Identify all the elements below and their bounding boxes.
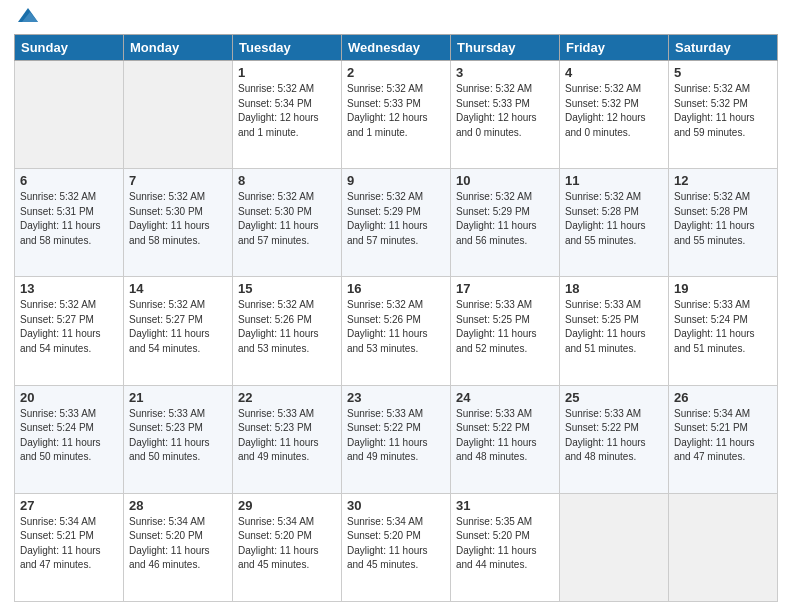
page: SundayMondayTuesdayWednesdayThursdayFrid…: [0, 0, 792, 612]
calendar-cell: [124, 61, 233, 169]
day-info: Sunrise: 5:34 AM Sunset: 5:20 PM Dayligh…: [129, 515, 227, 573]
day-number: 8: [238, 173, 336, 188]
calendar-cell: 28Sunrise: 5:34 AM Sunset: 5:20 PM Dayli…: [124, 493, 233, 601]
weekday-header: Wednesday: [342, 35, 451, 61]
day-number: 7: [129, 173, 227, 188]
day-info: Sunrise: 5:33 AM Sunset: 5:22 PM Dayligh…: [565, 407, 663, 465]
weekday-header: Friday: [560, 35, 669, 61]
calendar-week-row: 20Sunrise: 5:33 AM Sunset: 5:24 PM Dayli…: [15, 385, 778, 493]
day-info: Sunrise: 5:32 AM Sunset: 5:27 PM Dayligh…: [20, 298, 118, 356]
calendar-cell: 30Sunrise: 5:34 AM Sunset: 5:20 PM Dayli…: [342, 493, 451, 601]
day-number: 27: [20, 498, 118, 513]
calendar-cell: 8Sunrise: 5:32 AM Sunset: 5:30 PM Daylig…: [233, 169, 342, 277]
logo-icon: [16, 4, 40, 28]
calendar-cell: 29Sunrise: 5:34 AM Sunset: 5:20 PM Dayli…: [233, 493, 342, 601]
calendar-cell: 15Sunrise: 5:32 AM Sunset: 5:26 PM Dayli…: [233, 277, 342, 385]
day-number: 28: [129, 498, 227, 513]
calendar-cell: 23Sunrise: 5:33 AM Sunset: 5:22 PM Dayli…: [342, 385, 451, 493]
day-info: Sunrise: 5:33 AM Sunset: 5:23 PM Dayligh…: [129, 407, 227, 465]
calendar-cell: 25Sunrise: 5:33 AM Sunset: 5:22 PM Dayli…: [560, 385, 669, 493]
day-info: Sunrise: 5:34 AM Sunset: 5:20 PM Dayligh…: [347, 515, 445, 573]
calendar-week-row: 1Sunrise: 5:32 AM Sunset: 5:34 PM Daylig…: [15, 61, 778, 169]
day-info: Sunrise: 5:34 AM Sunset: 5:21 PM Dayligh…: [674, 407, 772, 465]
day-number: 20: [20, 390, 118, 405]
day-info: Sunrise: 5:33 AM Sunset: 5:24 PM Dayligh…: [674, 298, 772, 356]
day-info: Sunrise: 5:32 AM Sunset: 5:28 PM Dayligh…: [674, 190, 772, 248]
calendar-cell: 31Sunrise: 5:35 AM Sunset: 5:20 PM Dayli…: [451, 493, 560, 601]
day-number: 25: [565, 390, 663, 405]
calendar-cell: 7Sunrise: 5:32 AM Sunset: 5:30 PM Daylig…: [124, 169, 233, 277]
day-number: 29: [238, 498, 336, 513]
logo: [14, 14, 40, 28]
calendar-cell: 1Sunrise: 5:32 AM Sunset: 5:34 PM Daylig…: [233, 61, 342, 169]
day-info: Sunrise: 5:33 AM Sunset: 5:22 PM Dayligh…: [347, 407, 445, 465]
calendar-week-row: 13Sunrise: 5:32 AM Sunset: 5:27 PM Dayli…: [15, 277, 778, 385]
calendar-cell: 2Sunrise: 5:32 AM Sunset: 5:33 PM Daylig…: [342, 61, 451, 169]
calendar-cell: 22Sunrise: 5:33 AM Sunset: 5:23 PM Dayli…: [233, 385, 342, 493]
calendar-cell: 24Sunrise: 5:33 AM Sunset: 5:22 PM Dayli…: [451, 385, 560, 493]
calendar-cell: 6Sunrise: 5:32 AM Sunset: 5:31 PM Daylig…: [15, 169, 124, 277]
day-info: Sunrise: 5:34 AM Sunset: 5:20 PM Dayligh…: [238, 515, 336, 573]
weekday-header: Thursday: [451, 35, 560, 61]
day-info: Sunrise: 5:32 AM Sunset: 5:33 PM Dayligh…: [456, 82, 554, 140]
header: [14, 10, 778, 28]
day-info: Sunrise: 5:32 AM Sunset: 5:26 PM Dayligh…: [347, 298, 445, 356]
day-info: Sunrise: 5:35 AM Sunset: 5:20 PM Dayligh…: [456, 515, 554, 573]
day-info: Sunrise: 5:33 AM Sunset: 5:22 PM Dayligh…: [456, 407, 554, 465]
calendar-week-row: 27Sunrise: 5:34 AM Sunset: 5:21 PM Dayli…: [15, 493, 778, 601]
day-number: 10: [456, 173, 554, 188]
day-number: 14: [129, 281, 227, 296]
day-number: 12: [674, 173, 772, 188]
weekday-header: Monday: [124, 35, 233, 61]
day-number: 6: [20, 173, 118, 188]
calendar-cell: 11Sunrise: 5:32 AM Sunset: 5:28 PM Dayli…: [560, 169, 669, 277]
calendar-cell: 19Sunrise: 5:33 AM Sunset: 5:24 PM Dayli…: [669, 277, 778, 385]
calendar-cell: [15, 61, 124, 169]
calendar-cell: 26Sunrise: 5:34 AM Sunset: 5:21 PM Dayli…: [669, 385, 778, 493]
calendar-cell: [669, 493, 778, 601]
day-info: Sunrise: 5:32 AM Sunset: 5:31 PM Dayligh…: [20, 190, 118, 248]
day-number: 3: [456, 65, 554, 80]
day-number: 2: [347, 65, 445, 80]
day-number: 11: [565, 173, 663, 188]
calendar-cell: 17Sunrise: 5:33 AM Sunset: 5:25 PM Dayli…: [451, 277, 560, 385]
calendar-cell: 27Sunrise: 5:34 AM Sunset: 5:21 PM Dayli…: [15, 493, 124, 601]
calendar-cell: 10Sunrise: 5:32 AM Sunset: 5:29 PM Dayli…: [451, 169, 560, 277]
day-number: 23: [347, 390, 445, 405]
day-info: Sunrise: 5:32 AM Sunset: 5:29 PM Dayligh…: [456, 190, 554, 248]
calendar-cell: [560, 493, 669, 601]
calendar-cell: 5Sunrise: 5:32 AM Sunset: 5:32 PM Daylig…: [669, 61, 778, 169]
day-info: Sunrise: 5:33 AM Sunset: 5:25 PM Dayligh…: [565, 298, 663, 356]
day-info: Sunrise: 5:32 AM Sunset: 5:30 PM Dayligh…: [238, 190, 336, 248]
day-info: Sunrise: 5:33 AM Sunset: 5:24 PM Dayligh…: [20, 407, 118, 465]
day-info: Sunrise: 5:32 AM Sunset: 5:28 PM Dayligh…: [565, 190, 663, 248]
day-info: Sunrise: 5:32 AM Sunset: 5:32 PM Dayligh…: [565, 82, 663, 140]
day-info: Sunrise: 5:32 AM Sunset: 5:34 PM Dayligh…: [238, 82, 336, 140]
day-number: 15: [238, 281, 336, 296]
day-number: 4: [565, 65, 663, 80]
day-info: Sunrise: 5:32 AM Sunset: 5:26 PM Dayligh…: [238, 298, 336, 356]
day-number: 13: [20, 281, 118, 296]
day-info: Sunrise: 5:32 AM Sunset: 5:27 PM Dayligh…: [129, 298, 227, 356]
calendar-cell: 16Sunrise: 5:32 AM Sunset: 5:26 PM Dayli…: [342, 277, 451, 385]
calendar-week-row: 6Sunrise: 5:32 AM Sunset: 5:31 PM Daylig…: [15, 169, 778, 277]
day-number: 22: [238, 390, 336, 405]
weekday-header: Saturday: [669, 35, 778, 61]
day-number: 24: [456, 390, 554, 405]
day-number: 26: [674, 390, 772, 405]
calendar-cell: 21Sunrise: 5:33 AM Sunset: 5:23 PM Dayli…: [124, 385, 233, 493]
calendar-header-row: SundayMondayTuesdayWednesdayThursdayFrid…: [15, 35, 778, 61]
weekday-header: Sunday: [15, 35, 124, 61]
calendar-cell: 9Sunrise: 5:32 AM Sunset: 5:29 PM Daylig…: [342, 169, 451, 277]
day-number: 17: [456, 281, 554, 296]
day-number: 30: [347, 498, 445, 513]
day-info: Sunrise: 5:32 AM Sunset: 5:29 PM Dayligh…: [347, 190, 445, 248]
day-info: Sunrise: 5:32 AM Sunset: 5:33 PM Dayligh…: [347, 82, 445, 140]
day-number: 5: [674, 65, 772, 80]
calendar-cell: 3Sunrise: 5:32 AM Sunset: 5:33 PM Daylig…: [451, 61, 560, 169]
day-info: Sunrise: 5:32 AM Sunset: 5:32 PM Dayligh…: [674, 82, 772, 140]
day-info: Sunrise: 5:32 AM Sunset: 5:30 PM Dayligh…: [129, 190, 227, 248]
day-number: 1: [238, 65, 336, 80]
calendar-cell: 12Sunrise: 5:32 AM Sunset: 5:28 PM Dayli…: [669, 169, 778, 277]
day-number: 9: [347, 173, 445, 188]
